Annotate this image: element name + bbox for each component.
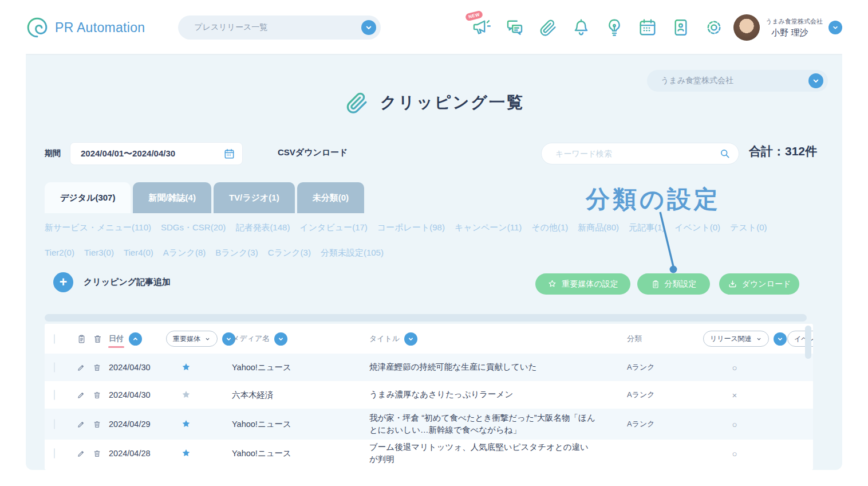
date-range-input[interactable]: 2024/04/01〜2024/04/30 [70,142,243,165]
csv-download-link[interactable]: CSVダウンロード [278,147,348,158]
paperclip-icon[interactable] [538,17,558,38]
edit-pencil-icon[interactable] [77,449,93,458]
row-date: 2024/04/30 [109,363,166,372]
trash-icon[interactable] [93,449,109,458]
company-select-dropdown[interactable]: うまみ食堂株式会社 [647,70,828,92]
category-link[interactable]: Aランク(8) [163,248,206,258]
download-label: ダウンロード [742,279,791,289]
tab-tv-radio[interactable]: TV/ラジオ(1) [214,182,295,213]
search-icon[interactable] [719,148,731,159]
category-link[interactable]: その他(1) [531,222,568,233]
star-icon[interactable] [180,448,192,459]
category-link[interactable]: Tier2(0) [45,248,74,258]
megaphone-icon[interactable]: NEW [471,17,492,38]
category-link[interactable]: Bランク(3) [215,248,258,258]
bell-icon[interactable] [571,17,591,38]
download-icon [728,279,737,289]
row-title[interactable]: 焼津産鰹節の持続可能な生産に貢献していた [344,361,601,373]
row-date: 2024/04/29 [109,420,166,429]
row-checkbox[interactable] [54,419,55,429]
star-icon[interactable] [180,362,192,373]
row-title[interactable]: ブーム後退マリトッツォ、人気底堅いピスタチオとの違いが判明 [344,441,601,465]
tab-digital[interactable]: デジタル(307) [45,182,131,213]
select-all-checkbox[interactable] [54,334,55,344]
chevron-down-icon[interactable] [361,20,376,35]
clipboard-icon[interactable] [77,334,93,344]
brand-logo: PR Automation [26,16,145,39]
gear-icon[interactable] [704,17,724,38]
plus-icon[interactable]: + [53,272,73,292]
tab-newspaper[interactable]: 新聞/雑誌(4) [133,182,211,213]
lightbulb-icon[interactable] [604,17,625,38]
sort-asc-icon[interactable] [129,332,142,346]
column-header-date[interactable]: 日付 [109,334,124,344]
trash-icon[interactable] [93,391,109,399]
category-link[interactable]: テスト(0) [730,222,767,233]
row-title[interactable]: うまみ濃厚なあさりたっぷりラーメン [344,389,601,401]
row-media-name: Yahoo!ニュース [206,448,344,459]
main-content: うまみ食堂株式会社 クリッピング一覧 期間 2024/04/01〜2024/04… [26,55,842,470]
row-category: Aランク [601,419,687,429]
user-profile[interactable]: うまみ食堂株式会社 小野 理沙 [733,14,842,41]
edit-pencil-icon[interactable] [77,420,93,429]
important-media-filter-label: 重要媒体 [173,334,200,344]
row-checkbox[interactable] [54,362,55,373]
add-clipping-button[interactable]: + クリッピング記事追加 [53,272,171,292]
tab-unclassified[interactable]: 未分類(0) [297,182,364,213]
id-card-icon[interactable] [670,17,691,38]
release-sort-icon[interactable] [774,332,787,346]
page-title: クリッピング一覧 [380,92,524,113]
category-link[interactable]: 新サービス・メニュー(110) [45,222,151,233]
horizontal-scrollbar[interactable] [45,314,807,322]
download-button[interactable]: ダウンロード [719,273,799,295]
trash-icon[interactable] [93,363,109,372]
category-link[interactable]: コーポレート(98) [377,222,445,233]
avatar[interactable] [733,14,760,41]
calendar-icon[interactable] [223,148,235,160]
edit-pencil-icon[interactable] [77,363,93,372]
important-media-settings-button[interactable]: 重要媒体の設定 [535,273,630,295]
release-filter-label: リリース関連 [710,334,752,344]
category-link[interactable]: 記者発表(148) [235,222,290,233]
table-row: 2024/04/30 Yahoo!ニュース 焼津産鰹節の持続可能な生産に貢献して… [45,354,813,381]
category-link[interactable]: 分類未設定(105) [321,248,384,258]
category-link[interactable]: インタビュー(17) [299,222,367,233]
category-link[interactable]: イベント(0) [674,222,720,233]
period-label: 期間 [45,148,61,159]
star-icon[interactable] [180,389,192,401]
row-checkbox[interactable] [54,390,55,400]
category-link[interactable]: Cランク(3) [268,248,311,258]
row-title[interactable]: 我が家・坪倉 “初めて食べたとき衝撃だった”大阪名物「ほんとにおいしい…新幹線で… [344,412,601,436]
category-filter-row-1: 新サービス・メニュー(110) SDGs・CSR(20) 記者発表(148) イ… [45,222,767,233]
edit-pencil-icon[interactable] [77,391,93,399]
category-link[interactable]: 新商品(80) [578,222,619,233]
title-sort-icon[interactable] [404,332,417,346]
chat-icon[interactable] [504,17,525,38]
table-header-row: 日付 重要媒体 メディア名 タイ [45,324,813,354]
trash-icon[interactable] [93,334,109,344]
category-link[interactable]: キャンペーン(11) [455,222,522,233]
keyword-search[interactable] [541,143,739,164]
profile-chevron-down-icon[interactable] [828,21,842,34]
media-type-tabs: デジタル(307) 新聞/雑誌(4) TV/ラジオ(1) 未分類(0) [45,182,364,213]
chevron-down-icon[interactable] [808,73,823,88]
column-header-title[interactable]: タイトル [369,334,400,344]
page-nav-dropdown[interactable]: プレスリリース一覧 [178,15,381,40]
category-link[interactable]: Tier3(0) [84,248,114,258]
column-header-media-name[interactable]: メディア名 [232,334,270,344]
classification-settings-button[interactable]: 分類設定 [637,273,710,295]
row-checkbox[interactable] [54,448,55,458]
category-link[interactable]: 元記事(1) [629,222,665,233]
search-input[interactable] [554,148,705,159]
paperclip-title-icon [344,89,370,116]
annotation-text: 分類の設定 [586,183,721,215]
star-icon[interactable] [180,418,192,430]
page-nav-label: プレスリリース一覧 [194,22,267,33]
vertical-scrollbar[interactable] [805,326,811,359]
media-name-sort-icon[interactable] [274,332,287,346]
category-link[interactable]: Tier4(0) [124,248,153,258]
calendar-icon[interactable] [637,17,658,38]
category-link[interactable]: SDGs・CSR(20) [161,222,226,233]
release-filter-dropdown[interactable]: リリース関連 [703,331,769,347]
trash-icon[interactable] [93,420,109,429]
